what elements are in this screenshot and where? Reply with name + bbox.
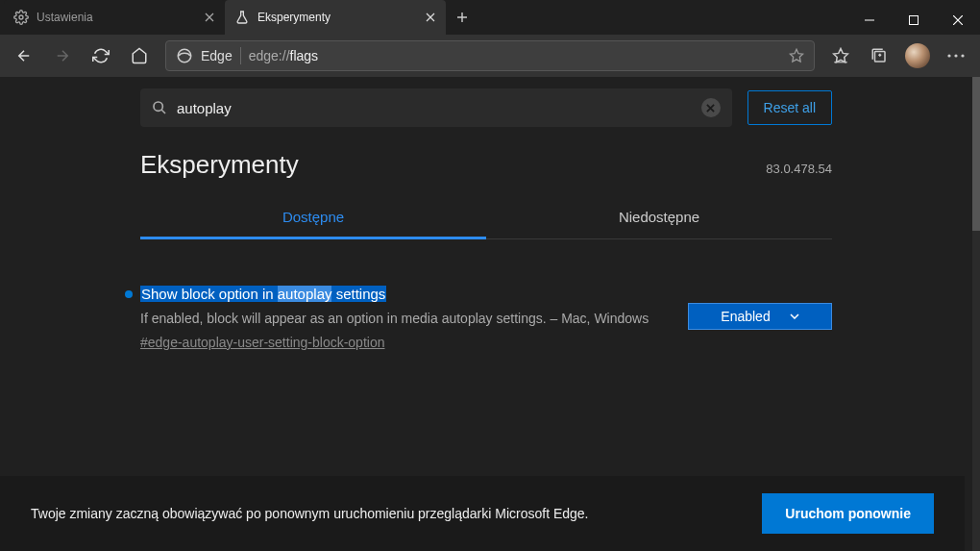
tab-available[interactable]: Dostępne	[140, 197, 486, 239]
toolbar: Edge edge://flags	[0, 35, 980, 77]
svg-point-8	[961, 54, 964, 57]
svg-rect-1	[910, 16, 919, 25]
separator	[240, 47, 241, 64]
gear-icon	[13, 10, 29, 25]
page-title: Eksperymenty	[140, 150, 299, 180]
chevron-down-icon	[790, 313, 799, 319]
collections-button[interactable]	[861, 38, 897, 73]
favorites-button[interactable]	[822, 38, 859, 73]
profile-avatar[interactable]	[905, 43, 930, 68]
tab-settings[interactable]: Ustawienia	[4, 0, 225, 35]
flag-permalink[interactable]: #edge-autoplay-user-setting-block-option	[140, 335, 669, 350]
scrollbar[interactable]	[972, 77, 980, 551]
tab-unavailable[interactable]: Niedostępne	[486, 197, 832, 238]
svg-marker-3	[790, 49, 802, 62]
svg-point-9	[154, 102, 162, 111]
flask-icon	[234, 10, 250, 25]
back-button[interactable]	[6, 38, 42, 73]
close-button[interactable]	[936, 6, 980, 35]
titlebar: Ustawienia Eksperymenty	[0, 0, 980, 35]
flags-tabs: Dostępne Niedostępne	[140, 197, 832, 239]
forward-button[interactable]	[44, 38, 81, 73]
svg-point-7	[954, 54, 957, 57]
minimize-button[interactable]	[847, 6, 892, 35]
flag-item: Show block option in autoplay settings I…	[140, 286, 832, 350]
tab-experiments[interactable]: Eksperymenty	[225, 0, 446, 35]
modified-indicator-icon	[125, 290, 133, 298]
close-icon[interactable]	[202, 10, 217, 25]
window-controls	[847, 6, 980, 35]
favorite-icon[interactable]	[789, 48, 804, 63]
refresh-button[interactable]	[83, 38, 119, 73]
flag-title: Show block option in autoplay settings	[140, 286, 386, 302]
svg-marker-4	[834, 49, 848, 63]
svg-point-6	[947, 54, 950, 57]
search-icon	[152, 100, 167, 115]
home-button[interactable]	[121, 38, 158, 73]
tab-title: Ustawienia	[37, 11, 194, 24]
svg-point-2	[178, 49, 191, 63]
clear-search-icon[interactable]	[701, 98, 721, 117]
restart-footer: Twoje zmiany zaczną obowiązywać po ponow…	[0, 476, 965, 551]
scrollbar-thumb[interactable]	[972, 77, 980, 231]
flag-state-select[interactable]: Enabled	[688, 303, 832, 330]
edge-logo-icon	[176, 47, 193, 64]
flag-description: If enabled, block will appear as an opti…	[140, 309, 669, 329]
close-icon[interactable]	[423, 10, 438, 25]
search-input[interactable]	[177, 100, 692, 116]
site-identity: Edge	[201, 48, 233, 63]
tab-strip: Ustawienia Eksperymenty	[0, 0, 478, 35]
footer-message: Twoje zmiany zaczną obowiązywać po ponow…	[31, 506, 589, 521]
maximize-button[interactable]	[892, 6, 936, 35]
version-text: 83.0.478.54	[766, 162, 832, 176]
svg-point-0	[19, 15, 23, 19]
address-bar[interactable]: Edge edge://flags	[165, 40, 815, 71]
new-tab-button[interactable]	[446, 0, 478, 35]
page-content: Reset all Eksperymenty 83.0.478.54 Dostę…	[0, 77, 972, 551]
menu-button[interactable]	[938, 38, 974, 73]
tab-title: Eksperymenty	[257, 11, 415, 24]
flags-search-box[interactable]	[140, 88, 732, 127]
url-text: edge://flags	[249, 48, 318, 63]
reset-all-button[interactable]: Reset all	[747, 90, 832, 125]
restart-button[interactable]: Uruchom ponownie	[762, 493, 934, 534]
